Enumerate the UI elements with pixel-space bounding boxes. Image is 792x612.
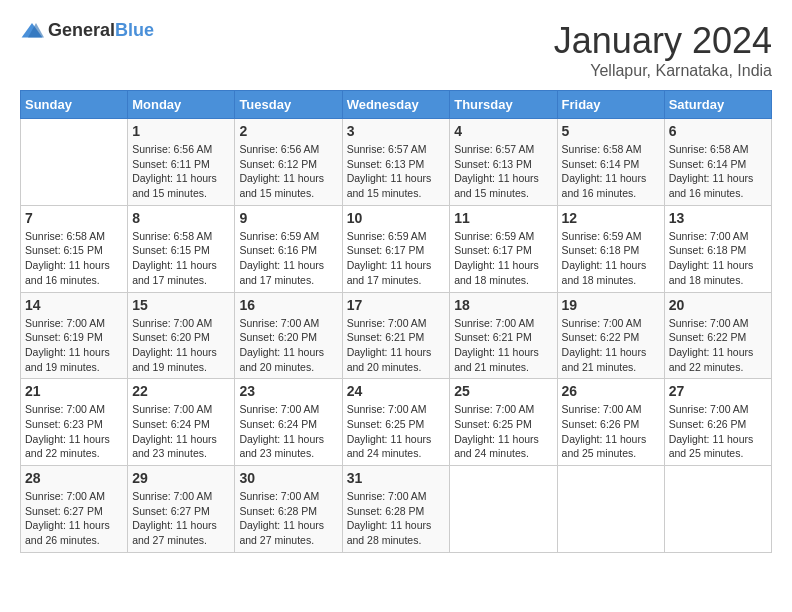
day-of-week-wednesday: Wednesday — [342, 91, 450, 119]
day-info: Sunrise: 7:00 AM Sunset: 6:27 PM Dayligh… — [132, 489, 230, 548]
logo-blue: Blue — [115, 20, 154, 40]
calendar-cell: 25Sunrise: 7:00 AM Sunset: 6:25 PM Dayli… — [450, 379, 557, 466]
day-number: 22 — [132, 383, 230, 399]
calendar-cell: 22Sunrise: 7:00 AM Sunset: 6:24 PM Dayli… — [128, 379, 235, 466]
day-info: Sunrise: 6:59 AM Sunset: 6:16 PM Dayligh… — [239, 229, 337, 288]
calendar-cell: 3Sunrise: 6:57 AM Sunset: 6:13 PM Daylig… — [342, 119, 450, 206]
day-info: Sunrise: 7:00 AM Sunset: 6:20 PM Dayligh… — [239, 316, 337, 375]
day-number: 21 — [25, 383, 123, 399]
day-number: 19 — [562, 297, 660, 313]
day-of-week-thursday: Thursday — [450, 91, 557, 119]
calendar-title: January 2024 — [554, 20, 772, 62]
day-number: 18 — [454, 297, 552, 313]
day-info: Sunrise: 7:00 AM Sunset: 6:28 PM Dayligh… — [239, 489, 337, 548]
day-of-week-tuesday: Tuesday — [235, 91, 342, 119]
calendar-week-row: 7Sunrise: 6:58 AM Sunset: 6:15 PM Daylig… — [21, 205, 772, 292]
calendar-cell: 14Sunrise: 7:00 AM Sunset: 6:19 PM Dayli… — [21, 292, 128, 379]
day-info: Sunrise: 7:00 AM Sunset: 6:26 PM Dayligh… — [562, 402, 660, 461]
day-number: 6 — [669, 123, 767, 139]
calendar-cell: 26Sunrise: 7:00 AM Sunset: 6:26 PM Dayli… — [557, 379, 664, 466]
calendar-cell: 7Sunrise: 6:58 AM Sunset: 6:15 PM Daylig… — [21, 205, 128, 292]
day-number: 29 — [132, 470, 230, 486]
calendar-cell — [557, 466, 664, 553]
day-info: Sunrise: 6:57 AM Sunset: 6:13 PM Dayligh… — [347, 142, 446, 201]
calendar-cell: 4Sunrise: 6:57 AM Sunset: 6:13 PM Daylig… — [450, 119, 557, 206]
day-number: 14 — [25, 297, 123, 313]
day-info: Sunrise: 7:00 AM Sunset: 6:21 PM Dayligh… — [454, 316, 552, 375]
calendar-cell: 8Sunrise: 6:58 AM Sunset: 6:15 PM Daylig… — [128, 205, 235, 292]
calendar-week-row: 28Sunrise: 7:00 AM Sunset: 6:27 PM Dayli… — [21, 466, 772, 553]
logo-icon — [20, 21, 44, 41]
day-number: 7 — [25, 210, 123, 226]
day-of-week-saturday: Saturday — [664, 91, 771, 119]
day-number: 30 — [239, 470, 337, 486]
day-info: Sunrise: 6:59 AM Sunset: 6:17 PM Dayligh… — [347, 229, 446, 288]
calendar-cell: 27Sunrise: 7:00 AM Sunset: 6:26 PM Dayli… — [664, 379, 771, 466]
calendar-cell: 16Sunrise: 7:00 AM Sunset: 6:20 PM Dayli… — [235, 292, 342, 379]
day-number: 27 — [669, 383, 767, 399]
day-number: 16 — [239, 297, 337, 313]
day-info: Sunrise: 7:00 AM Sunset: 6:25 PM Dayligh… — [347, 402, 446, 461]
day-info: Sunrise: 6:57 AM Sunset: 6:13 PM Dayligh… — [454, 142, 552, 201]
day-of-week-sunday: Sunday — [21, 91, 128, 119]
calendar-cell: 11Sunrise: 6:59 AM Sunset: 6:17 PM Dayli… — [450, 205, 557, 292]
day-number: 17 — [347, 297, 446, 313]
calendar-week-row: 14Sunrise: 7:00 AM Sunset: 6:19 PM Dayli… — [21, 292, 772, 379]
logo: GeneralBlue — [20, 20, 154, 41]
day-number: 5 — [562, 123, 660, 139]
day-info: Sunrise: 7:00 AM Sunset: 6:24 PM Dayligh… — [132, 402, 230, 461]
day-info: Sunrise: 6:56 AM Sunset: 6:11 PM Dayligh… — [132, 142, 230, 201]
day-info: Sunrise: 6:59 AM Sunset: 6:17 PM Dayligh… — [454, 229, 552, 288]
day-number: 4 — [454, 123, 552, 139]
day-info: Sunrise: 6:58 AM Sunset: 6:15 PM Dayligh… — [25, 229, 123, 288]
day-number: 8 — [132, 210, 230, 226]
day-info: Sunrise: 7:00 AM Sunset: 6:24 PM Dayligh… — [239, 402, 337, 461]
calendar-cell: 30Sunrise: 7:00 AM Sunset: 6:28 PM Dayli… — [235, 466, 342, 553]
calendar-cell: 19Sunrise: 7:00 AM Sunset: 6:22 PM Dayli… — [557, 292, 664, 379]
day-number: 1 — [132, 123, 230, 139]
day-info: Sunrise: 7:00 AM Sunset: 6:25 PM Dayligh… — [454, 402, 552, 461]
day-number: 10 — [347, 210, 446, 226]
day-number: 15 — [132, 297, 230, 313]
day-info: Sunrise: 7:00 AM Sunset: 6:28 PM Dayligh… — [347, 489, 446, 548]
day-number: 9 — [239, 210, 337, 226]
day-info: Sunrise: 6:58 AM Sunset: 6:14 PM Dayligh… — [669, 142, 767, 201]
day-of-week-friday: Friday — [557, 91, 664, 119]
calendar-cell: 5Sunrise: 6:58 AM Sunset: 6:14 PM Daylig… — [557, 119, 664, 206]
calendar-cell — [664, 466, 771, 553]
title-block: January 2024 Yellapur, Karnataka, India — [554, 20, 772, 80]
day-number: 13 — [669, 210, 767, 226]
day-info: Sunrise: 7:00 AM Sunset: 6:18 PM Dayligh… — [669, 229, 767, 288]
day-info: Sunrise: 7:00 AM Sunset: 6:20 PM Dayligh… — [132, 316, 230, 375]
day-number: 2 — [239, 123, 337, 139]
calendar-cell: 15Sunrise: 7:00 AM Sunset: 6:20 PM Dayli… — [128, 292, 235, 379]
calendar-cell: 12Sunrise: 6:59 AM Sunset: 6:18 PM Dayli… — [557, 205, 664, 292]
day-info: Sunrise: 6:59 AM Sunset: 6:18 PM Dayligh… — [562, 229, 660, 288]
calendar-cell: 20Sunrise: 7:00 AM Sunset: 6:22 PM Dayli… — [664, 292, 771, 379]
day-number: 31 — [347, 470, 446, 486]
calendar-cell: 17Sunrise: 7:00 AM Sunset: 6:21 PM Dayli… — [342, 292, 450, 379]
day-info: Sunrise: 6:58 AM Sunset: 6:15 PM Dayligh… — [132, 229, 230, 288]
day-info: Sunrise: 6:58 AM Sunset: 6:14 PM Dayligh… — [562, 142, 660, 201]
calendar-cell: 23Sunrise: 7:00 AM Sunset: 6:24 PM Dayli… — [235, 379, 342, 466]
calendar-cell: 2Sunrise: 6:56 AM Sunset: 6:12 PM Daylig… — [235, 119, 342, 206]
page-header: GeneralBlue January 2024 Yellapur, Karna… — [20, 20, 772, 80]
calendar-cell: 24Sunrise: 7:00 AM Sunset: 6:25 PM Dayli… — [342, 379, 450, 466]
day-number: 28 — [25, 470, 123, 486]
day-info: Sunrise: 7:00 AM Sunset: 6:22 PM Dayligh… — [562, 316, 660, 375]
day-info: Sunrise: 7:00 AM Sunset: 6:27 PM Dayligh… — [25, 489, 123, 548]
day-info: Sunrise: 7:00 AM Sunset: 6:23 PM Dayligh… — [25, 402, 123, 461]
day-number: 11 — [454, 210, 552, 226]
calendar-cell: 9Sunrise: 6:59 AM Sunset: 6:16 PM Daylig… — [235, 205, 342, 292]
calendar-cell: 31Sunrise: 7:00 AM Sunset: 6:28 PM Dayli… — [342, 466, 450, 553]
calendar-cell: 10Sunrise: 6:59 AM Sunset: 6:17 PM Dayli… — [342, 205, 450, 292]
calendar-cell: 13Sunrise: 7:00 AM Sunset: 6:18 PM Dayli… — [664, 205, 771, 292]
calendar-table: SundayMondayTuesdayWednesdayThursdayFrid… — [20, 90, 772, 553]
day-number: 26 — [562, 383, 660, 399]
day-number: 23 — [239, 383, 337, 399]
logo-general: General — [48, 20, 115, 40]
day-info: Sunrise: 7:00 AM Sunset: 6:26 PM Dayligh… — [669, 402, 767, 461]
day-number: 20 — [669, 297, 767, 313]
calendar-cell — [450, 466, 557, 553]
calendar-cell: 1Sunrise: 6:56 AM Sunset: 6:11 PM Daylig… — [128, 119, 235, 206]
